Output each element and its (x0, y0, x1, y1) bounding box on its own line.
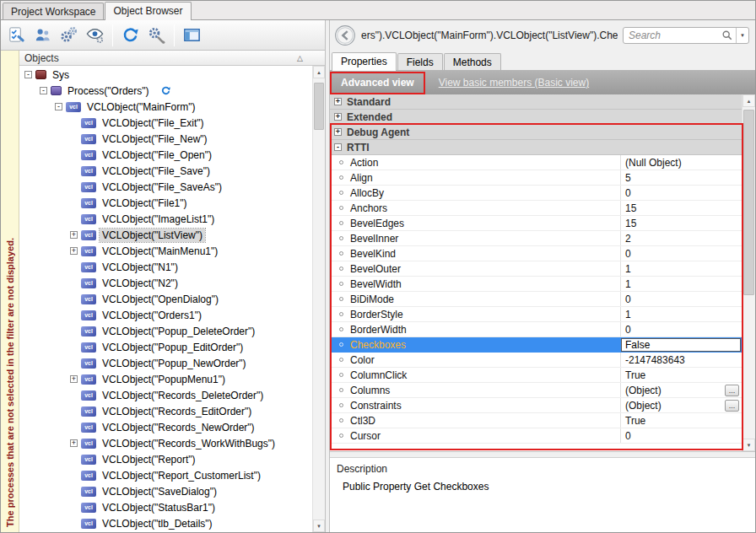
property-row[interactable]: BevelOuter1 (330, 261, 742, 277)
property-value: 0 (625, 430, 631, 442)
tree-item[interactable]: -vclVCLObject("MainForm") (19, 99, 312, 115)
tree-item[interactable]: vclVCLObject("OpenDialog") (19, 291, 312, 307)
tree-item[interactable]: vclVCLObject("File_SaveAs") (19, 179, 312, 195)
property-row[interactable]: BevelKind0 (330, 246, 742, 261)
property-row[interactable]: Columns(Object)... (330, 383, 742, 398)
property-category-row[interactable]: +Standard (330, 94, 742, 110)
expand-icon[interactable]: + (70, 439, 78, 447)
property-row[interactable]: AllocBy0 (330, 186, 742, 201)
expand-icon[interactable]: + (334, 113, 342, 121)
scroll-up-button[interactable]: ▲ (742, 94, 755, 107)
grid-scrollbar[interactable]: ▲ ▼ (742, 94, 755, 451)
search-input[interactable] (629, 30, 720, 41)
expand-icon[interactable]: + (334, 98, 342, 105)
tab-project-workspace[interactable]: Project Workspace (3, 3, 104, 19)
property-row[interactable]: Align5 (330, 170, 742, 186)
objects-header: Objects △ (19, 51, 325, 66)
ellipsis-button[interactable]: ... (725, 385, 739, 396)
tree-scrollbar[interactable]: ▲ ▼ (312, 66, 325, 532)
tree-item[interactable]: vclVCLObject("Popup_EditOrder") (19, 339, 312, 355)
property-category-row[interactable]: +Debug Agent (330, 125, 742, 140)
ellipsis-button[interactable]: ... (725, 400, 739, 412)
property-row[interactable]: BevelWidth1 (330, 277, 742, 292)
sort-order-icon[interactable]: △ (297, 54, 303, 62)
search-dropdown-button[interactable]: ▼ (736, 28, 748, 43)
gears-icon[interactable] (57, 23, 81, 47)
refresh-icon[interactable] (118, 23, 143, 47)
scroll-thumb[interactable] (314, 83, 324, 130)
tree-item[interactable]: vclVCLObject("File_Open") (19, 147, 312, 163)
scroll-down-button[interactable]: ▼ (742, 439, 755, 451)
vcl-icon: vcl (81, 406, 96, 417)
tree-item[interactable]: vclVCLObject("File_Exit") (19, 115, 312, 131)
tree-item[interactable]: vclVCLObject("Records_NewOrder") (19, 419, 312, 435)
expand-icon[interactable]: + (70, 247, 78, 255)
tree-item[interactable]: vclVCLObject("Popup_DeleteOrder") (19, 323, 312, 339)
collapse-icon[interactable]: - (55, 103, 62, 110)
search-icon[interactable] (721, 30, 733, 41)
scroll-down-button[interactable]: ▼ (313, 520, 325, 532)
property-row[interactable]: BiDiMode0 (330, 292, 742, 307)
property-category-row[interactable]: -RTTI (330, 140, 742, 155)
tree-item[interactable]: vclVCLObject("File_New") (19, 131, 312, 147)
collapse-icon[interactable]: - (24, 71, 32, 78)
tab-methods[interactable]: Methods (444, 53, 501, 70)
basic-view-link[interactable]: View basic members (Basic view) (439, 77, 590, 89)
vcl-icon: vcl (81, 471, 96, 481)
property-row[interactable]: Ctl3DTrue (330, 413, 742, 428)
property-row[interactable]: Action(Null Object) (330, 155, 742, 170)
tree-item[interactable]: vclVCLObject("Records_EditOrder") (19, 403, 312, 419)
tree-item[interactable]: vclVCLObject("ImageList1") (19, 211, 312, 227)
tab-fields[interactable]: Fields (397, 53, 443, 70)
eye-settings-icon[interactable] (83, 23, 107, 47)
tree-item[interactable]: vclVCLObject("Orders1") (19, 307, 312, 323)
property-row[interactable]: CheckboxesFalse (330, 337, 742, 353)
gear-wrench-icon[interactable] (144, 23, 169, 47)
tree-item[interactable]: vclVCLObject("N2") (19, 275, 312, 291)
tree-item[interactable]: vclVCLObject("File1") (19, 195, 312, 211)
tab-properties[interactable]: Properties (332, 52, 397, 71)
tree-item[interactable]: vclVCLObject("StatusBar1") (19, 499, 312, 515)
property-bullet-icon (339, 282, 343, 286)
tree-item[interactable]: +vclVCLObject("Records_WorkWithBugs") (19, 435, 312, 451)
tree-item[interactable]: +vclVCLObject("MainMenu1") (19, 243, 312, 259)
collapse-icon[interactable]: - (40, 87, 47, 94)
edit-checklist-icon[interactable] (4, 23, 29, 47)
property-category-row[interactable]: +Extended (330, 110, 742, 125)
property-row[interactable]: Color-2147483643 (330, 353, 742, 368)
property-bullet-icon (339, 160, 343, 164)
property-row[interactable]: BorderStyle1 (330, 307, 742, 322)
tree-item[interactable]: -Process("Orders") (19, 83, 312, 99)
collapse-icon[interactable]: - (334, 143, 342, 151)
tree-item[interactable]: vclVCLObject("N1") (19, 259, 312, 275)
property-row[interactable]: ColumnClickTrue (330, 368, 742, 383)
expand-icon[interactable]: + (334, 128, 342, 136)
tree-item[interactable]: vclVCLObject("Report_CustomerList") (19, 467, 312, 483)
tree-item[interactable]: -Sys (19, 67, 312, 83)
scroll-up-button[interactable]: ▲ (313, 66, 325, 78)
property-row[interactable]: Cursor0 (330, 428, 742, 444)
tree-item[interactable]: vclVCLObject("File_Save") (19, 163, 312, 179)
tree-item[interactable]: vclVCLObject("Popup_NewOrder") (19, 355, 312, 371)
tree-item[interactable]: +vclVCLObject("ListView") (19, 227, 312, 243)
tree-item[interactable]: vclVCLObject("tlb_Details") (19, 515, 312, 531)
scroll-thumb[interactable] (743, 110, 754, 295)
property-row[interactable]: BorderWidth0 (330, 322, 742, 337)
back-button[interactable] (334, 24, 356, 46)
property-row[interactable]: Constraints(Object)... (330, 398, 742, 413)
tab-object-browser[interactable]: Object Browser (105, 2, 191, 20)
property-row[interactable]: BevelEdges15 (330, 216, 742, 231)
expand-icon[interactable]: + (70, 231, 78, 239)
property-bullet-icon (339, 297, 343, 301)
property-row[interactable]: BevelInner2 (330, 231, 742, 246)
panel-view-icon[interactable] (180, 23, 204, 47)
property-value-editor[interactable]: False (621, 338, 741, 352)
tree-item[interactable]: vclVCLObject("Records_DeleteOrder") (19, 387, 312, 403)
property-row[interactable]: Anchors15 (330, 201, 742, 216)
tree-item[interactable]: +vclVCLObject("PopupMenu1") (19, 371, 312, 387)
expand-icon[interactable]: + (70, 375, 78, 383)
add-users-icon[interactable] (30, 23, 55, 47)
tree-item[interactable]: vclVCLObject("SaveDialog") (19, 483, 312, 499)
vcl-icon: vcl (81, 310, 96, 320)
tree-item[interactable]: vclVCLObject("Report") (19, 451, 312, 467)
